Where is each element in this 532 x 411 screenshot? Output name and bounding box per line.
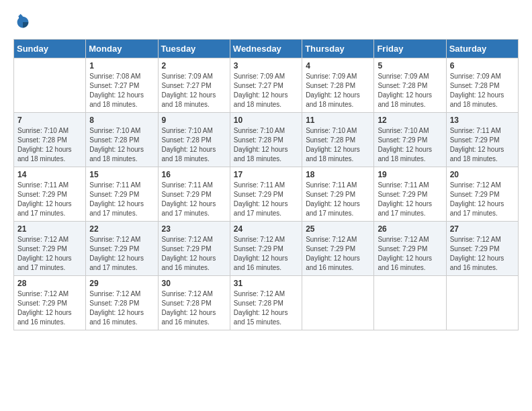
day-info: Sunrise: 7:12 AM Sunset: 7:29 PM Dayligh… [306, 235, 370, 273]
week-row-3: 14Sunrise: 7:11 AM Sunset: 7:29 PM Dayli… [14, 167, 519, 222]
day-number: 19 [378, 170, 442, 179]
header-day-monday: Monday [86, 40, 158, 58]
day-info: Sunrise: 7:12 AM Sunset: 7:29 PM Dayligh… [162, 235, 226, 273]
calendar-cell: 19Sunrise: 7:11 AM Sunset: 7:29 PM Dayli… [374, 167, 446, 222]
day-info: Sunrise: 7:10 AM Sunset: 7:29 PM Dayligh… [378, 126, 442, 164]
day-number: 2 [162, 61, 226, 71]
day-number: 13 [450, 116, 515, 125]
day-number: 16 [162, 170, 226, 179]
calendar-cell: 21Sunrise: 7:12 AM Sunset: 7:29 PM Dayli… [14, 222, 86, 276]
day-info: Sunrise: 7:11 AM Sunset: 7:29 PM Dayligh… [162, 181, 226, 218]
day-number: 18 [306, 170, 370, 179]
day-info: Sunrise: 7:12 AM Sunset: 7:29 PM Dayligh… [378, 235, 442, 273]
day-number: 27 [450, 224, 515, 234]
day-number: 9 [162, 116, 226, 125]
calendar-cell: 27Sunrise: 7:12 AM Sunset: 7:29 PM Dayli… [446, 222, 518, 276]
day-number: 1 [89, 61, 154, 71]
day-number: 3 [234, 61, 298, 71]
day-number: 26 [378, 224, 442, 234]
day-info: Sunrise: 7:10 AM Sunset: 7:28 PM Dayligh… [162, 126, 226, 164]
header-day-sunday: Sunday [14, 40, 86, 58]
day-info: Sunrise: 7:11 AM Sunset: 7:29 PM Dayligh… [17, 181, 82, 218]
day-info: Sunrise: 7:12 AM Sunset: 7:29 PM Dayligh… [450, 181, 515, 218]
day-number: 15 [89, 170, 154, 179]
calendar-cell: 10Sunrise: 7:10 AM Sunset: 7:28 PM Dayli… [230, 113, 302, 167]
calendar-cell: 15Sunrise: 7:11 AM Sunset: 7:29 PM Dayli… [86, 167, 158, 222]
day-number: 11 [306, 116, 370, 125]
day-info: Sunrise: 7:09 AM Sunset: 7:28 PM Dayligh… [306, 72, 370, 109]
logo-icon [13, 13, 32, 32]
header-row: SundayMondayTuesdayWednesdayThursdayFrid… [14, 40, 519, 58]
day-info: Sunrise: 7:12 AM Sunset: 7:29 PM Dayligh… [450, 235, 515, 273]
day-info: Sunrise: 7:11 AM Sunset: 7:29 PM Dayligh… [306, 181, 370, 218]
calendar-cell: 4Sunrise: 7:09 AM Sunset: 7:28 PM Daylig… [302, 58, 374, 113]
day-number: 22 [89, 224, 154, 234]
week-row-5: 28Sunrise: 7:12 AM Sunset: 7:29 PM Dayli… [14, 276, 519, 330]
day-info: Sunrise: 7:12 AM Sunset: 7:29 PM Dayligh… [17, 289, 82, 327]
header-day-friday: Friday [374, 40, 446, 58]
day-number: 4 [306, 61, 370, 71]
header-day-wednesday: Wednesday [230, 40, 302, 58]
day-number: 12 [378, 116, 442, 125]
day-info: Sunrise: 7:09 AM Sunset: 7:27 PM Dayligh… [234, 72, 298, 109]
calendar-cell: 1Sunrise: 7:08 AM Sunset: 7:27 PM Daylig… [86, 58, 158, 113]
calendar-cell: 17Sunrise: 7:11 AM Sunset: 7:29 PM Dayli… [230, 167, 302, 222]
week-row-1: 1Sunrise: 7:08 AM Sunset: 7:27 PM Daylig… [14, 58, 519, 113]
day-info: Sunrise: 7:08 AM Sunset: 7:27 PM Dayligh… [89, 72, 154, 109]
day-info: Sunrise: 7:12 AM Sunset: 7:28 PM Dayligh… [234, 289, 298, 327]
day-number: 14 [17, 170, 82, 179]
day-info: Sunrise: 7:09 AM Sunset: 7:28 PM Dayligh… [450, 72, 515, 109]
calendar-cell: 24Sunrise: 7:12 AM Sunset: 7:29 PM Dayli… [230, 222, 302, 276]
day-info: Sunrise: 7:12 AM Sunset: 7:28 PM Dayligh… [89, 289, 154, 327]
day-number: 24 [234, 224, 298, 234]
calendar-cell: 14Sunrise: 7:11 AM Sunset: 7:29 PM Dayli… [14, 167, 86, 222]
day-info: Sunrise: 7:09 AM Sunset: 7:28 PM Dayligh… [378, 72, 442, 109]
day-info: Sunrise: 7:12 AM Sunset: 7:28 PM Dayligh… [162, 289, 226, 327]
day-info: Sunrise: 7:10 AM Sunset: 7:28 PM Dayligh… [89, 126, 154, 164]
calendar-cell: 30Sunrise: 7:12 AM Sunset: 7:28 PM Dayli… [158, 276, 230, 330]
calendar-cell: 7Sunrise: 7:10 AM Sunset: 7:28 PM Daylig… [14, 113, 86, 167]
day-info: Sunrise: 7:11 AM Sunset: 7:29 PM Dayligh… [450, 126, 515, 164]
day-number: 23 [162, 224, 226, 234]
day-info: Sunrise: 7:10 AM Sunset: 7:28 PM Dayligh… [234, 126, 298, 164]
calendar-cell: 6Sunrise: 7:09 AM Sunset: 7:28 PM Daylig… [446, 58, 518, 113]
calendar-table: SundayMondayTuesdayWednesdayThursdayFrid… [13, 39, 519, 330]
day-number: 28 [17, 279, 82, 288]
calendar-cell [14, 58, 86, 113]
calendar-cell: 29Sunrise: 7:12 AM Sunset: 7:28 PM Dayli… [86, 276, 158, 330]
calendar-cell: 18Sunrise: 7:11 AM Sunset: 7:29 PM Dayli… [302, 167, 374, 222]
calendar-cell: 22Sunrise: 7:12 AM Sunset: 7:29 PM Dayli… [86, 222, 158, 276]
calendar-cell: 8Sunrise: 7:10 AM Sunset: 7:28 PM Daylig… [86, 113, 158, 167]
day-number: 25 [306, 224, 370, 234]
day-number: 7 [17, 116, 82, 125]
calendar-cell [302, 276, 374, 330]
calendar-cell: 16Sunrise: 7:11 AM Sunset: 7:29 PM Dayli… [158, 167, 230, 222]
day-number: 30 [162, 279, 226, 288]
day-number: 10 [234, 116, 298, 125]
header-day-thursday: Thursday [302, 40, 374, 58]
day-info: Sunrise: 7:09 AM Sunset: 7:27 PM Dayligh… [162, 72, 226, 109]
calendar-cell: 3Sunrise: 7:09 AM Sunset: 7:27 PM Daylig… [230, 58, 302, 113]
day-info: Sunrise: 7:11 AM Sunset: 7:29 PM Dayligh… [234, 181, 298, 218]
day-info: Sunrise: 7:12 AM Sunset: 7:29 PM Dayligh… [17, 235, 82, 273]
calendar-cell: 23Sunrise: 7:12 AM Sunset: 7:29 PM Dayli… [158, 222, 230, 276]
day-info: Sunrise: 7:12 AM Sunset: 7:29 PM Dayligh… [234, 235, 298, 273]
day-number: 29 [89, 279, 154, 288]
calendar-cell [446, 276, 518, 330]
day-number: 20 [450, 170, 515, 179]
calendar-cell: 26Sunrise: 7:12 AM Sunset: 7:29 PM Dayli… [374, 222, 446, 276]
day-number: 8 [89, 116, 154, 125]
calendar-cell: 20Sunrise: 7:12 AM Sunset: 7:29 PM Dayli… [446, 167, 518, 222]
day-number: 31 [234, 279, 298, 288]
calendar-cell: 12Sunrise: 7:10 AM Sunset: 7:29 PM Dayli… [374, 113, 446, 167]
day-info: Sunrise: 7:11 AM Sunset: 7:29 PM Dayligh… [89, 181, 154, 218]
day-number: 17 [234, 170, 298, 179]
calendar-cell: 5Sunrise: 7:09 AM Sunset: 7:28 PM Daylig… [374, 58, 446, 113]
calendar-cell: 31Sunrise: 7:12 AM Sunset: 7:28 PM Dayli… [230, 276, 302, 330]
calendar-cell: 11Sunrise: 7:10 AM Sunset: 7:28 PM Dayli… [302, 113, 374, 167]
day-number: 21 [17, 224, 82, 234]
calendar-cell: 28Sunrise: 7:12 AM Sunset: 7:29 PM Dayli… [14, 276, 86, 330]
calendar-cell: 2Sunrise: 7:09 AM Sunset: 7:27 PM Daylig… [158, 58, 230, 113]
day-info: Sunrise: 7:10 AM Sunset: 7:28 PM Dayligh… [17, 126, 82, 164]
day-number: 6 [450, 61, 515, 71]
